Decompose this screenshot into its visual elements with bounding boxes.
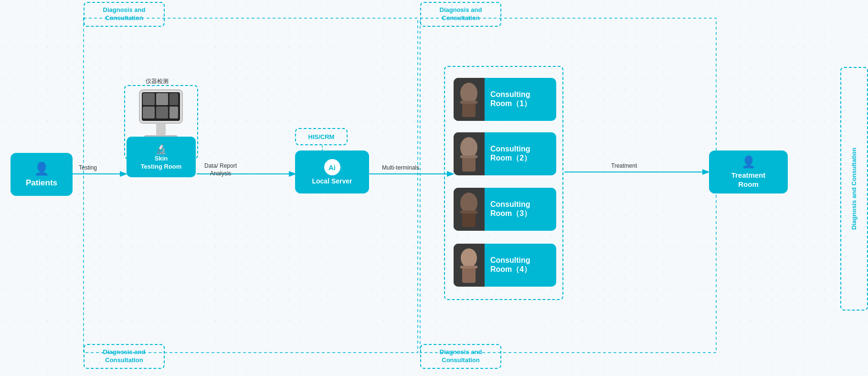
svg-rect-36 xyxy=(462,268,476,283)
local-server-node: Ai Local Server xyxy=(295,150,369,193)
skin-testing-sublabel: 仪器检测 xyxy=(146,77,169,86)
face-img-3 xyxy=(454,188,485,231)
svg-rect-12 xyxy=(143,107,155,118)
diagnosis-label-top-right: Diagnosis and Consultation xyxy=(420,2,501,27)
svg-point-31 xyxy=(460,193,477,214)
his-crm-node: HIS/CRM xyxy=(295,128,348,145)
diagnosis-label-bottom-right: Diagnosis and Consultation xyxy=(420,344,501,369)
svg-rect-29 xyxy=(460,155,477,158)
consulting-room-2: ConsultingRoom（2） xyxy=(454,132,556,175)
svg-rect-25 xyxy=(460,101,477,104)
svg-rect-24 xyxy=(462,103,476,117)
diagnosis-label-bottom-left: Diagnosis and Consultation xyxy=(84,344,165,369)
svg-point-23 xyxy=(460,83,477,104)
treatment-room-node: 👤 TreatmentRoom xyxy=(709,150,788,193)
svg-rect-33 xyxy=(460,211,477,214)
patients-label: Patients xyxy=(26,178,57,188)
patients-icon: 👤 xyxy=(34,161,49,176)
arrow-treatment-label: Treatment xyxy=(611,162,637,169)
skin-testing-label: SkinTesting Room xyxy=(141,155,182,171)
face-img-2 xyxy=(454,132,485,175)
svg-rect-10 xyxy=(156,93,168,105)
arrow-data-label: Data/ ReportAnalysis xyxy=(204,162,237,177)
consulting-room-3-label: ConsultingRoom（3） xyxy=(485,200,531,219)
svg-rect-11 xyxy=(169,93,178,105)
local-server-label: Local Server xyxy=(312,177,352,185)
consulting-room-4-label: ConsultingRoom（4） xyxy=(485,256,531,275)
treatment-room-label: TreatmentRoom xyxy=(731,171,766,189)
consulting-room-1: ConsultingRoom（1） xyxy=(454,78,556,121)
right-vertical-text: Diagnosis and Consultation xyxy=(850,148,858,230)
svg-point-35 xyxy=(461,248,477,268)
treatment-person-icon: 👤 xyxy=(741,155,756,169)
svg-rect-14 xyxy=(169,107,178,118)
face-img-1 xyxy=(454,78,485,121)
consulting-room-3: ConsultingRoom（3） xyxy=(454,188,556,231)
patients-node: 👤 Patients xyxy=(11,153,73,196)
arrow-multi-terminals: Multi-terminals xyxy=(382,164,419,171)
svg-rect-13 xyxy=(156,107,168,118)
svg-rect-32 xyxy=(462,213,476,227)
arrow-testing-label: Testing xyxy=(79,164,97,171)
face-img-4 xyxy=(454,244,485,287)
consulting-room-2-label: ConsultingRoom（2） xyxy=(485,145,531,163)
svg-rect-37 xyxy=(460,266,477,269)
svg-rect-15 xyxy=(156,123,166,135)
svg-rect-9 xyxy=(143,93,155,105)
svg-rect-28 xyxy=(462,157,476,172)
skin-testing-node: 🔬 SkinTesting Room xyxy=(127,137,196,177)
his-crm-label: HIS/CRM xyxy=(308,133,335,140)
consulting-room-1-label: ConsultingRoom（1） xyxy=(485,90,531,109)
ai-icon: Ai xyxy=(324,159,340,175)
svg-point-27 xyxy=(460,137,477,158)
diagnosis-label-top-left: Diagnosis and Consultation xyxy=(84,2,165,27)
consulting-room-4: ConsultingRoom（4） xyxy=(454,244,556,287)
diagnosis-label-right: Diagnosis and Consultation xyxy=(840,67,868,311)
